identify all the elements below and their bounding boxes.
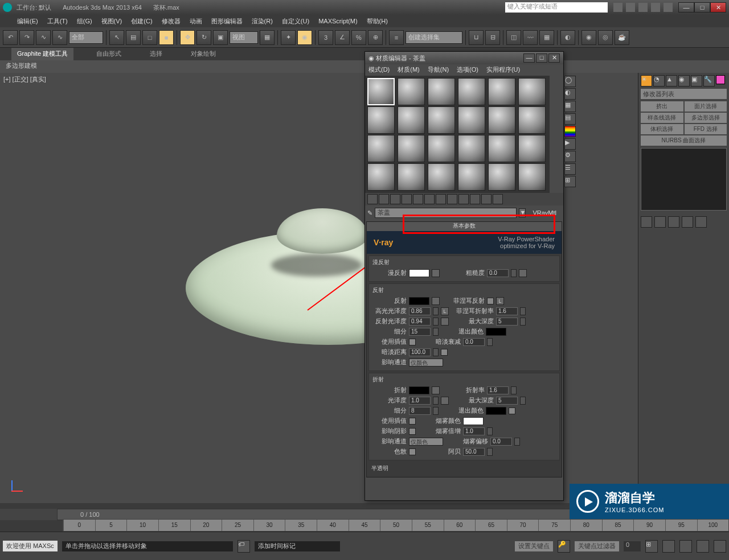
display-tab-icon[interactable]: ▣ [691, 75, 702, 87]
diffuse-map-button[interactable] [432, 269, 440, 277]
assign-to-selection-icon[interactable] [390, 194, 400, 204]
material-slot[interactable] [367, 135, 395, 162]
refr-exit-color-swatch[interactable] [486, 407, 506, 415]
render-button[interactable]: ☕ [615, 30, 629, 45]
redo-button[interactable]: ↷ [19, 30, 34, 45]
reflect-color-swatch[interactable] [409, 297, 429, 305]
modifier-btn-spline-select[interactable]: 样条线选择 [641, 113, 683, 123]
fresnel-checkbox[interactable] [487, 298, 494, 304]
material-slot[interactable] [518, 163, 546, 191]
roughness-spinner[interactable]: 0.0 [487, 269, 509, 277]
move-button[interactable]: ✥ [180, 30, 195, 45]
refr-gloss-map-button[interactable] [441, 397, 449, 405]
viewport-nav-button[interactable] [714, 540, 726, 553]
material-slot[interactable] [488, 78, 515, 105]
reflect-map-button[interactable] [432, 297, 440, 305]
viewport-nav-button[interactable] [662, 540, 675, 553]
layer-manager-button[interactable]: ◫ [506, 30, 521, 45]
menu-maxscript[interactable]: MAXScript(M) [318, 18, 357, 24]
modifier-stack[interactable] [641, 148, 727, 211]
ribbon-tab-paint[interactable]: 对象绘制 [185, 48, 222, 60]
show-map-icon[interactable] [458, 194, 469, 204]
mat-close-button[interactable]: ✕ [548, 53, 560, 63]
keyfilter-button[interactable]: 关键点过滤器 [575, 541, 619, 551]
go-parent-icon[interactable] [481, 194, 492, 204]
ribbon-tab-freeform[interactable]: 自由形式 [91, 48, 127, 60]
material-slot[interactable] [428, 78, 455, 105]
named-selection-dropdown[interactable]: 创建选择集 [406, 31, 462, 44]
refl-gloss-spinner[interactable]: 0.94 [409, 318, 431, 326]
material-slot[interactable] [458, 163, 485, 191]
rotate-button[interactable]: ↻ [196, 30, 211, 45]
viewport-nav-button[interactable] [679, 540, 692, 553]
put-to-scene-icon[interactable] [379, 194, 389, 204]
menu-edit[interactable]: 编辑(E) [17, 17, 38, 26]
key-mode-icon[interactable]: 🔑 [558, 540, 570, 553]
menu-group[interactable]: 组(G) [77, 17, 92, 26]
utilities-tab-icon[interactable]: 🔧 [703, 75, 715, 87]
refr-gloss-spinner[interactable]: 1.0 [409, 397, 431, 405]
make-copy-icon[interactable] [413, 194, 423, 204]
select-by-material-icon[interactable]: ☰ [564, 163, 576, 175]
material-slot[interactable] [488, 163, 515, 191]
refl-gloss-map-button[interactable] [441, 318, 449, 326]
mat-menu-utilities[interactable]: 实用程序(U) [486, 65, 520, 75]
modifier-btn-extrude[interactable]: 挤出 [641, 101, 683, 112]
modifier-list-dropdown[interactable]: 修改器列表 [641, 89, 727, 99]
affect-shadows-checkbox[interactable] [409, 428, 416, 435]
material-slot[interactable] [428, 106, 455, 134]
link-button[interactable]: ∿ [36, 30, 51, 45]
hilight-gloss-spinner[interactable]: 0.86 [409, 307, 431, 315]
unlink-button[interactable]: ∿ [52, 30, 67, 45]
sample-type-icon[interactable]: ◯ [564, 76, 576, 87]
undo-button[interactable]: ↶ [3, 30, 18, 45]
material-slot[interactable] [428, 135, 455, 162]
stack-tool-show[interactable] [654, 216, 666, 228]
time-tag-icon[interactable]: 🏷 [237, 540, 250, 553]
menu-rendering[interactable]: 渲染(R) [252, 17, 273, 26]
schematic-button[interactable]: ▦ [539, 30, 554, 45]
maximize-button[interactable]: □ [694, 2, 710, 13]
ribbon-tab-graphite[interactable]: Graphite 建模工具 [11, 48, 73, 60]
material-slot[interactable] [398, 135, 425, 162]
exchange-icon[interactable] [638, 3, 648, 12]
mat-minimize-button[interactable]: — [523, 53, 535, 63]
select-by-name-button[interactable]: ▤ [126, 30, 141, 45]
refract-color-swatch[interactable] [409, 386, 429, 394]
stack-tool-unique[interactable] [668, 216, 679, 228]
object-color-swatch[interactable] [716, 75, 725, 84]
help-icon[interactable] [664, 3, 673, 12]
app-menu-icon[interactable] [3, 3, 12, 12]
fresnel-ior-spinner[interactable]: 1.6 [496, 307, 518, 315]
close-button[interactable]: ✕ [710, 2, 726, 13]
angle-snap-button[interactable]: ∠ [335, 30, 350, 45]
stack-tool-pin[interactable] [641, 216, 652, 228]
viewport-nav-button[interactable] [697, 540, 709, 553]
ior-spinner[interactable]: 1.6 [487, 386, 509, 394]
fresnel-lock-button[interactable]: L [496, 297, 504, 305]
pick-material-icon[interactable]: ✎ [367, 209, 372, 217]
background-icon[interactable]: ▦ [564, 101, 576, 112]
menu-create[interactable]: 创建(C) [131, 17, 152, 26]
viewport-label[interactable]: [+] [正交] [真实] [3, 75, 46, 84]
favorite-icon[interactable] [651, 3, 660, 12]
hierarchy-tab-icon[interactable]: ▲ [666, 75, 677, 87]
edit-named-sel-button[interactable]: ≡ [389, 30, 404, 45]
current-frame-field[interactable]: 0 [624, 541, 641, 551]
ref-coord-dropdown[interactable]: 视图 [230, 31, 258, 44]
material-slot[interactable] [367, 106, 395, 134]
stack-tool-remove[interactable] [682, 216, 693, 228]
menu-tools[interactable]: 工具(T) [47, 17, 68, 26]
material-slot[interactable] [518, 106, 546, 134]
material-slot[interactable] [488, 135, 515, 162]
scale-button[interactable]: ▣ [213, 30, 228, 45]
window-crossing-button[interactable]: ■ [159, 30, 174, 45]
mat-menu-modes[interactable]: 模式(D) [368, 65, 390, 75]
material-slot[interactable] [458, 106, 485, 134]
motion-tab-icon[interactable]: ◉ [678, 75, 690, 87]
sample-uv-icon[interactable]: ▤ [564, 113, 576, 125]
help-search-input[interactable]: 键入关键字或短语 [505, 2, 608, 13]
put-to-library-icon[interactable] [436, 194, 446, 204]
menu-help[interactable]: 帮助(H) [367, 17, 388, 26]
material-slot[interactable] [518, 135, 546, 162]
